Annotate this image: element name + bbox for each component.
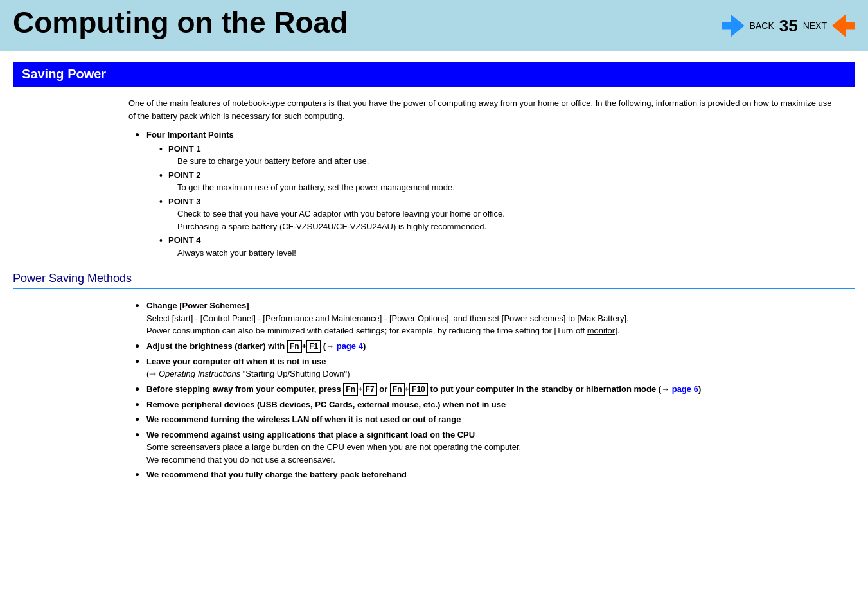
adjust-brightness-item: Adjust the brightness (darker) with Fn+F…: [135, 340, 836, 353]
power-saving-list: Change [Power Schemes] Select [start] - …: [128, 299, 836, 481]
point-3-desc1: Check to see that you have your AC adapt…: [168, 208, 836, 220]
important-points-list: Four Important Points POINT 1 Be sure to…: [128, 129, 836, 259]
cpu-load-desc2: We recommend that you do not use a scree…: [146, 455, 335, 465]
back-button[interactable]: [722, 14, 745, 37]
standby-item: Before stepping away from your computer,…: [135, 383, 836, 396]
standby-text: Before stepping away from your computer,…: [146, 384, 701, 394]
fn-key-2: Fn: [343, 383, 358, 396]
charge-beforehand-item: We recommend that you fully charge the b…: [135, 468, 836, 481]
saving-power-body: One of the main features of notebook-typ…: [128, 97, 836, 259]
wireless-lan-label: We recommend turning the wireless LAN of…: [146, 414, 461, 424]
point-2-label: POINT 2: [168, 170, 201, 180]
f7-key: F7: [363, 383, 377, 396]
point-4-label: POINT 4: [168, 235, 201, 245]
point-3-label: POINT 3: [168, 197, 201, 206]
point-1-label: POINT 1: [168, 144, 201, 154]
leave-off-sub: (⇒ Operating Instructions "Starting Up/S…: [146, 369, 350, 378]
change-power-desc1: Select [start] - [Control Panel] - [Perf…: [146, 314, 629, 323]
point-3-item: POINT 3 Check to see that you have your …: [159, 195, 836, 233]
next-button[interactable]: [832, 14, 855, 37]
point-1-item: POINT 1 Be sure to charge your battery b…: [159, 143, 836, 168]
point-4-desc: Always watch your battery level!: [168, 247, 836, 260]
four-important-label: Four Important Points: [146, 130, 234, 139]
point-2-desc: To get the maximum use of your battery, …: [168, 181, 836, 194]
saving-power-title: Saving Power: [22, 67, 106, 81]
page-6-link[interactable]: page 6: [672, 384, 698, 394]
leave-off-item: Leave your computer off when it is not i…: [135, 355, 836, 380]
cpu-load-label: We recommend against using applications …: [146, 430, 475, 440]
intro-paragraph: One of the main features of notebook-typ…: [128, 97, 836, 122]
cpu-load-item: We recommend against using applications …: [135, 429, 836, 466]
navigation-controls: BACK 35 NEXT: [722, 14, 855, 37]
cpu-load-desc1: Some screensavers place a large burden o…: [146, 442, 521, 452]
power-saving-body: Change [Power Schemes] Select [start] - …: [128, 299, 836, 481]
power-saving-title: Power Saving Methods: [13, 272, 132, 285]
adjust-brightness-text: Adjust the brightness (darker) with Fn+F…: [146, 341, 366, 351]
fn-key-3: Fn: [390, 383, 405, 396]
change-power-schemes-item: Change [Power Schemes] Select [start] - …: [135, 299, 836, 337]
remove-peripheral-label: Remove peripheral devices (USB devices, …: [146, 400, 506, 409]
leave-off-label: Leave your computer off when it is not i…: [146, 357, 326, 366]
point-2-item: POINT 2 To get the maximum use of your b…: [159, 169, 836, 194]
remove-peripheral-item: Remove peripheral devices (USB devices, …: [135, 398, 836, 411]
page-header: Computing on the Road BACK 35 NEXT: [0, 0, 868, 51]
charge-beforehand-label: We recommend that you fully charge the b…: [146, 470, 407, 479]
change-power-desc2: Power consumption can also be minimized …: [146, 326, 619, 335]
next-label[interactable]: NEXT: [803, 21, 827, 31]
power-saving-methods-header: Power Saving Methods: [13, 272, 855, 289]
f10-key: F10: [409, 383, 428, 396]
page-number: 35: [779, 16, 798, 36]
f1-key: F1: [306, 340, 321, 353]
wireless-lan-item: We recommend turning the wireless LAN of…: [135, 413, 836, 426]
fn-key-1: Fn: [287, 340, 302, 353]
main-content: Saving Power One of the main features of…: [0, 62, 868, 497]
saving-power-header: Saving Power: [13, 62, 855, 87]
point-1-desc: Be sure to charge your battery before an…: [168, 155, 836, 168]
four-important-points-item: Four Important Points POINT 1 Be sure to…: [135, 129, 836, 259]
page-4-link[interactable]: page 4: [337, 341, 363, 351]
change-power-schemes-label: Change [Power Schemes]: [146, 301, 249, 310]
points-sublist: POINT 1 Be sure to charge your battery b…: [146, 143, 836, 260]
point-3-desc2: Purchasing a spare battery (CF-VZSU24U/C…: [168, 220, 836, 233]
point-4-item: POINT 4 Always watch your battery level!: [159, 234, 836, 259]
back-label[interactable]: BACK: [750, 21, 774, 31]
